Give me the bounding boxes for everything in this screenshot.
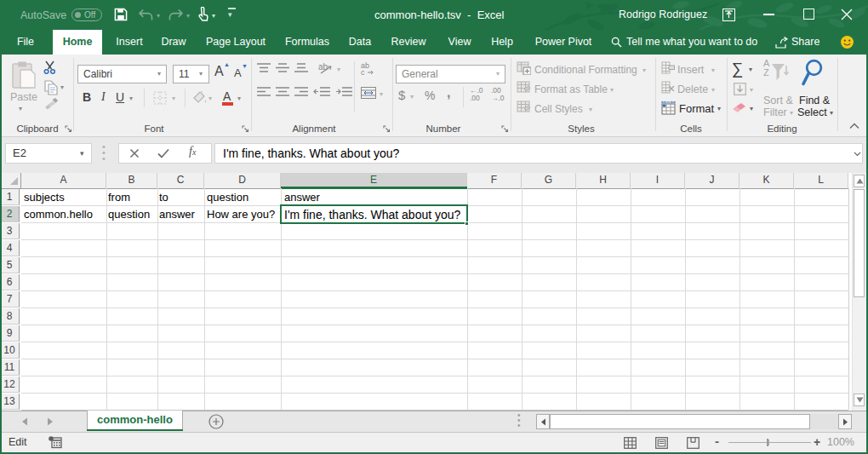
svg-text:ab: ab <box>318 62 328 72</box>
svg-text:c: c <box>361 68 365 76</box>
